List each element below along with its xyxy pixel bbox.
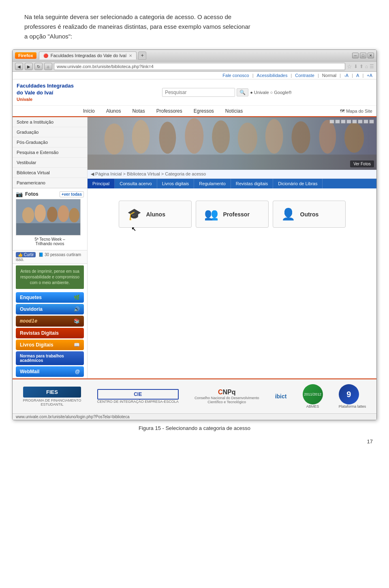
description-line2: professores é realizado de maneiras dist…: [24, 22, 365, 32]
sidebar-item-posgraduacao[interactable]: Pós-Graduação: [13, 137, 87, 148]
subnav-dicionario[interactable]: Dicionário de Libras: [273, 179, 323, 188]
back-button[interactable]: ◀: [15, 63, 23, 70]
logo-line2: do Vale do Ivaí: [17, 90, 81, 96]
contraste-link[interactable]: Contraste: [295, 73, 314, 78]
address-bar[interactable]: [54, 63, 345, 70]
refresh-button[interactable]: ↻: [34, 63, 43, 70]
outros-icon: 👤: [281, 207, 295, 221]
acessibilidades-link[interactable]: Acessibilidades: [257, 73, 288, 78]
nav-notas[interactable]: Notas: [126, 106, 150, 116]
font-minus-link[interactable]: -A: [344, 73, 348, 78]
logo-line1: Faculdades Integradas: [17, 83, 81, 90]
font-plus-link[interactable]: +A: [367, 73, 372, 78]
category-outros-card[interactable]: 👤 Outros: [273, 201, 346, 228]
nav-inicio[interactable]: Início: [77, 106, 100, 116]
footer-cie: CIE CENTRO DE INTEGRAÇÃO EMPRESA-ESCOLA: [97, 389, 179, 404]
subnav-revistas[interactable]: Revistas digitais: [231, 179, 273, 188]
sidebar-item-pesquisa[interactable]: Pesquisa e Extensão: [13, 148, 87, 158]
nav-icon-4[interactable]: ☰: [370, 64, 374, 69]
sidebar-item-panamericano[interactable]: Panamericano: [13, 178, 87, 188]
home-button[interactable]: ⌂: [44, 63, 52, 70]
nav-icon-3[interactable]: ⌂: [365, 64, 368, 69]
browser-titlebar: Firefox 🔴 Faculdades Integradas do Vale …: [13, 50, 376, 62]
socialmente-logo: 2011/2012: [303, 384, 323, 404]
outros-label: Outros: [300, 211, 319, 218]
category-grid: 🎓 Alunos 👥 Professor 👤 Outros: [94, 201, 370, 228]
svg-rect-6: [16, 223, 80, 235]
subnav-principal[interactable]: Principal: [88, 179, 115, 188]
active-tab[interactable]: 🔴 Faculdades Integradas do Vale do Ivaí …: [39, 51, 137, 60]
dot-4: [346, 120, 351, 124]
nav-icon-1[interactable]: ⬇: [354, 64, 358, 69]
footer-socialmente: 2011/2012 ABMES: [303, 384, 323, 408]
close-button[interactable]: ✕: [368, 53, 374, 58]
bookmark-icon[interactable]: ☆: [347, 63, 352, 70]
fies-logo: FIES: [23, 387, 81, 398]
like-button[interactable]: 👍 Curtir: [16, 252, 36, 257]
image-nav-dots: [329, 120, 374, 124]
tab-title: Faculdades Integradas do Vale do Ivaí: [51, 53, 127, 58]
nav-arrow-icon: ◀: [91, 171, 94, 176]
breadcrumb-text: Página Inicial > Biblioteca Virtual > Ca…: [95, 171, 206, 176]
thumbs-up-icon: 👍: [18, 252, 23, 257]
minimize-button[interactable]: ─: [352, 53, 359, 58]
mapa-do-site[interactable]: 🗺 Mapa do Site: [340, 106, 372, 116]
cie-subtext: CENTRO DE INTEGRAÇÃO EMPRESA-ESCOLA: [97, 400, 179, 404]
category-professor-card[interactable]: 👥 Professor: [196, 201, 269, 228]
browser-statusbar: www.univale.com.br/unisite/aluno/login.p…: [13, 413, 376, 420]
sidebar-item-vestibular[interactable]: Vestibular: [13, 158, 87, 168]
new-tab-button[interactable]: +: [138, 51, 146, 60]
fale-conosco-link[interactable]: Fale conosco: [222, 73, 249, 78]
nav-egressos[interactable]: Egressos: [188, 106, 220, 116]
subnav-consulta[interactable]: Consulta acervo: [115, 179, 157, 188]
font-normal-link[interactable]: A: [356, 73, 359, 78]
nav-professores[interactable]: Professores: [151, 106, 188, 116]
photos-title: Fotos: [25, 191, 38, 197]
abmes-text: ABMES: [303, 404, 323, 408]
moodle-button[interactable]: moodle 📚: [16, 316, 84, 327]
alunos-label: Alunos: [146, 211, 165, 218]
search-input[interactable]: [162, 88, 235, 97]
footer-cnpq: CNPq Conselho Nacional do Desenvolviment…: [194, 389, 259, 404]
category-section: 🎓 Alunos 👥 Professor 👤 Outros: [88, 188, 376, 236]
maximize-button[interactable]: □: [360, 53, 366, 58]
enquetes-button[interactable]: Enquetes 🌿: [16, 292, 84, 303]
category-alunos-card[interactable]: 🎓 Alunos: [119, 201, 192, 228]
ver-fotos-button[interactable]: Ver Fotos: [350, 160, 374, 167]
cie-logo: CIE: [97, 389, 179, 400]
lattes-logo: 9: [339, 384, 359, 404]
site-mainnav: Início Alunos Notas Professores Egressos…: [13, 106, 376, 117]
revistas-label: Revistas Digitais: [20, 330, 59, 336]
footer-lattes: 9 Plataforma lattes: [339, 384, 366, 408]
sidebar-photos: 📷 Fotos +ver todas: [13, 188, 87, 250]
tab-close-icon[interactable]: ✕: [129, 53, 132, 58]
normas-label: Normas para trabalhos acadêmicos: [20, 354, 80, 363]
sidebar-social: 👍 Curtir 📘 30 pessoas curtiram isso.: [13, 250, 87, 264]
browser-titlebar-left: Firefox: [15, 52, 36, 59]
webmail-label: WebMail: [20, 369, 39, 374]
webmail-icon: @: [75, 369, 80, 374]
nav-noticias[interactable]: Notícias: [220, 106, 248, 116]
subnav-livros-digitais[interactable]: Livros digitais: [157, 179, 194, 188]
ouvidoria-icon: 🔊: [74, 306, 80, 312]
firefox-menu-button[interactable]: Firefox: [15, 52, 36, 59]
header-search: 🔍 ● Univale ○ Google®: [81, 88, 372, 97]
sidebar-item-biblioteca[interactable]: Biblioteca Virtual: [13, 168, 87, 178]
ver-todas-button[interactable]: +ver todas: [60, 191, 84, 197]
sidebar-item-sobre[interactable]: Sobre a Instituição: [13, 117, 87, 127]
sidebar-item-graduacao[interactable]: Graduação: [13, 127, 87, 137]
normal-text: Normal: [322, 73, 336, 78]
nav-icon-2[interactable]: ⬆: [359, 64, 363, 69]
normas-button[interactable]: Normas para trabalhos acadêmicos: [16, 351, 84, 365]
subnav-regulamento[interactable]: Regulamento: [194, 179, 231, 188]
forward-button[interactable]: ▶: [25, 63, 33, 70]
ouvidoria-button[interactable]: Ouvidoria 🔊: [16, 304, 84, 314]
svg-point-5: [69, 208, 79, 222]
livros-digitais-button[interactable]: Livros Digitais 📖: [16, 340, 84, 350]
search-button[interactable]: 🔍: [237, 88, 248, 96]
nav-alunos[interactable]: Alunos: [100, 106, 127, 116]
revistas-digitais-button[interactable]: Revistas Digitais: [16, 328, 84, 338]
livros-icon: 📖: [74, 342, 80, 348]
webmail-button[interactable]: WebMail @: [16, 366, 84, 377]
breadcrumb: ◀ Página Inicial > Biblioteca Virtual > …: [88, 170, 376, 179]
